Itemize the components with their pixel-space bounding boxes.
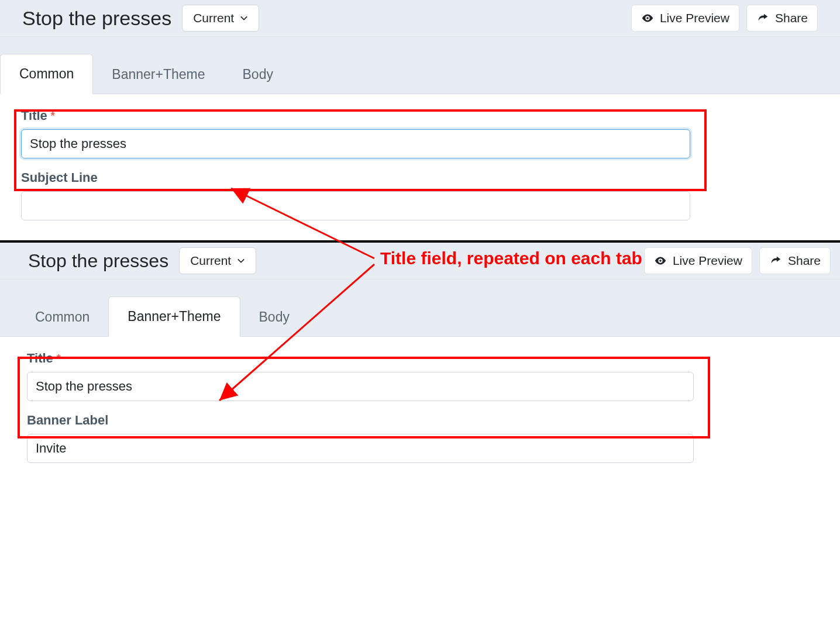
share-arrow-icon bbox=[769, 254, 782, 267]
chevron-down-icon bbox=[237, 257, 245, 265]
title-field-label: Title * bbox=[27, 351, 694, 366]
editor-header: Stop the presses Current Live Preview Sh… bbox=[0, 243, 840, 279]
form-area: Title * Subject Line bbox=[0, 94, 711, 240]
banner-label-input[interactable] bbox=[27, 434, 694, 463]
header-actions: Live Preview Share bbox=[631, 5, 818, 32]
share-button[interactable]: Share bbox=[746, 5, 818, 32]
required-star-icon: * bbox=[51, 110, 55, 122]
tab-common[interactable]: Common bbox=[16, 298, 108, 337]
stacked-screenshots: Stop the presses Current Live Preview Sh… bbox=[0, 0, 840, 483]
form-area: Title * Banner Label bbox=[0, 337, 711, 483]
subject-line-label: Subject Line bbox=[21, 170, 690, 185]
title-field-block: Title * bbox=[27, 351, 694, 401]
tabs-row: Common Banner+Theme Body bbox=[0, 279, 840, 337]
share-label: Share bbox=[788, 254, 821, 268]
tab-body[interactable]: Body bbox=[224, 55, 292, 94]
version-dropdown-label: Current bbox=[190, 254, 231, 268]
title-field-label: Title * bbox=[21, 108, 690, 123]
version-dropdown-label: Current bbox=[193, 11, 234, 25]
subject-line-input[interactable] bbox=[21, 191, 690, 220]
subject-line-field-block: Subject Line bbox=[21, 170, 690, 220]
tab-banner-theme[interactable]: Banner+Theme bbox=[108, 296, 240, 337]
page-title: Stop the presses bbox=[22, 7, 171, 30]
svg-point-0 bbox=[646, 17, 649, 19]
tab-common[interactable]: Common bbox=[0, 54, 93, 94]
tab-banner-theme[interactable]: Banner+Theme bbox=[93, 55, 223, 94]
live-preview-label: Live Preview bbox=[673, 254, 742, 268]
tabs-row: Common Banner+Theme Body bbox=[0, 37, 840, 94]
page-title: Stop the presses bbox=[28, 250, 168, 272]
share-button[interactable]: Share bbox=[759, 247, 831, 274]
version-dropdown[interactable]: Current bbox=[182, 5, 259, 32]
share-label: Share bbox=[775, 11, 808, 25]
eye-icon bbox=[641, 12, 654, 25]
share-arrow-icon bbox=[756, 12, 769, 25]
header-actions: Live Preview Share bbox=[644, 247, 831, 274]
title-input[interactable] bbox=[27, 372, 694, 401]
version-dropdown[interactable]: Current bbox=[179, 247, 256, 274]
banner-label-field-block: Banner Label bbox=[27, 413, 694, 463]
panel-banner-theme-tab: Stop the presses Current Live Preview Sh… bbox=[0, 243, 840, 483]
chevron-down-icon bbox=[240, 14, 248, 22]
eye-icon bbox=[654, 254, 667, 267]
live-preview-button[interactable]: Live Preview bbox=[631, 5, 739, 32]
title-field-block: Title * bbox=[21, 108, 690, 158]
live-preview-label: Live Preview bbox=[660, 11, 729, 25]
title-input[interactable] bbox=[21, 129, 690, 158]
required-star-icon: * bbox=[57, 353, 61, 365]
svg-point-1 bbox=[659, 260, 662, 262]
editor-header: Stop the presses Current Live Preview Sh… bbox=[0, 0, 840, 37]
panel-common-tab: Stop the presses Current Live Preview Sh… bbox=[0, 0, 840, 243]
live-preview-button[interactable]: Live Preview bbox=[644, 247, 752, 274]
tab-body[interactable]: Body bbox=[240, 298, 308, 337]
banner-label-label: Banner Label bbox=[27, 413, 694, 428]
